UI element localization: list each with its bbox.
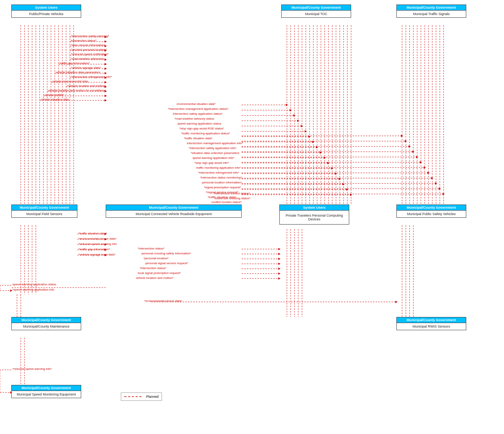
label-fs-vehicle-signage: *vehicle signage local data* — [79, 253, 116, 256]
label-tr-signal-service: personal signal service request* — [145, 262, 188, 265]
label-situation-data-params: *situation data collection parameters — [191, 151, 239, 155]
diagram-container: System Users Public/Private Vehicles Mun… — [0, 0, 504, 434]
label-intersection-safety-info: *intersection safety application info* — [189, 146, 236, 150]
node-traffic-signals: Municipal/County Government Municipal Tr… — [396, 5, 466, 18]
label-intersection-mgmt-status: *intersection management application sta… — [168, 107, 228, 111]
node-public-vehicles-body: Public/Private Vehicles — [12, 11, 81, 17]
label-reduced-speed-warning: *reduced speed warning info* — [12, 367, 52, 371]
label-tr-personal-crossing: personal crossing safety information* — [142, 252, 191, 255]
node-speed-monitor: Municipal/County Government Municipal Sp… — [11, 385, 81, 398]
label-fs-reduced-speed: *reduced speed warning info — [79, 242, 117, 246]
label-vehicle-situation: vehicle situation data — [41, 98, 69, 101]
node-public-safety-header: Municipal/County Government — [397, 205, 466, 211]
label-vehicle-env: vehicle environmental data — [52, 80, 88, 83]
node-private-travelers: System Users Private Travelers Personal … — [279, 205, 349, 225]
node-field-sensors-body: Municipal Field Sensors — [12, 211, 77, 217]
node-rwis: Municipal/County Government Municipal RW… — [396, 317, 466, 330]
label-lane-closure: *lane closure information* — [71, 43, 105, 47]
label-env-situation: environmental situation data* — [177, 102, 216, 106]
label-traffic-monitoring-info: traffic monitoring application info* — [196, 166, 241, 169]
label-personal-location-info: personal location information* — [202, 181, 242, 184]
label-vehicle-situation-params: vehicle situation data parameters — [56, 71, 100, 74]
label-fs-traffic-gap: *traffic gap information* — [79, 248, 110, 251]
label-speed-warning-app-status: speed warning application status — [12, 283, 56, 286]
node-connected-vehicle: Municipal/County Government Municipal Co… — [106, 205, 242, 218]
label-stop-sign-info: *stop sign gap assist info* — [194, 161, 229, 165]
label-speed-warning-app-info: *speed warning application info — [12, 288, 54, 291]
node-public-vehicles: System Users Public/Private Vehicles — [11, 5, 81, 18]
label-intersection-infringement-info: *intersection infringement info* — [198, 171, 239, 174]
label-conflict-monitor: conflict monitor status* — [211, 200, 242, 204]
node-municipal-toc: Municipal/County Government Municipal TO… — [281, 5, 351, 18]
label-env-sensor-long: *environmental sensor data* — [144, 299, 182, 303]
legend: Planned — [121, 392, 162, 401]
label-traffic-situation-1: *traffic situation data* — [184, 137, 212, 140]
node-travelers-header: System Users — [280, 205, 349, 211]
label-tr-intersection-status2: *intersection status* — [140, 266, 166, 270]
node-field-sensors-header: Municipal/County Government — [12, 205, 77, 211]
label-intersection-infringement: *intersection infringement info* — [71, 75, 112, 78]
node-maintenance-header: Municipal/County Government — [12, 317, 81, 323]
label-fs-env-sensor: *environmental sensor data* — [79, 237, 117, 240]
label-road-weather: *road weather advisories — [71, 57, 104, 60]
label-reduced-speed: *reduced speed notification* — [71, 52, 109, 56]
node-field-sensors: Municipal/County Government Municipal Fi… — [11, 205, 77, 218]
node-toc-body: Municipal TOC — [282, 11, 351, 17]
label-intersection-safety-warning: *intersection safety warning* — [71, 34, 109, 38]
node-travelers-body: Private Travelers Personal Computing Dev… — [280, 211, 349, 224]
node-mcvr-header: Municipal/County Government — [106, 205, 241, 211]
label-stop-sign-rse: *stop sign gap assist RSE status* — [179, 127, 224, 130]
node-rwis-body: Municipal RWIS Sensors — [397, 323, 466, 330]
label-signal-preemption: *signal preemption request* — [204, 186, 241, 189]
label-intersection-mgmt-info: intersection management application info… — [187, 142, 243, 145]
label-tr-vehicle-location: vehicle location and motion* — [136, 276, 174, 280]
node-mcvr-body: Municipal Connected Vehicle Roadside Equ… — [106, 211, 241, 217]
label-vehicle-profile: vehicle profile* — [45, 93, 64, 97]
legend-planned-label: Planned — [146, 395, 159, 399]
node-rwis-header: Municipal/County Government — [397, 317, 466, 323]
label-intersection-control: *intersection control status* — [213, 192, 250, 195]
node-speed-header: Municipal/County Government — [12, 385, 81, 391]
node-speed-body: Municipal Speed Monitoring Equipment — [12, 391, 81, 398]
legend-line-icon — [124, 394, 143, 399]
label-traffic-gap: traffic gap information* — [60, 62, 90, 65]
label-vehicle-signage: *vehicle signage data* — [71, 66, 101, 69]
label-mixed-use: mixed use crossing status* — [214, 197, 250, 200]
node-public-safety-body: Municipal Public Safety Vehicles — [397, 211, 466, 217]
label-intersection-status: intersection status* — [71, 39, 97, 42]
label-tr-local-signal: local signal preemption request* — [138, 271, 181, 275]
node-public-vehicles-header: System Users — [12, 5, 81, 11]
node-toc-header: Municipal/County Government — [282, 5, 351, 11]
node-maintenance-body: Municipal/County Maintenance — [12, 323, 81, 330]
label-traffic-monitoring-status: *traffic monitoring application status* — [181, 132, 230, 135]
label-proxied-location: *proxied personal location* — [71, 48, 107, 51]
label-fs-traffic-situation: *traffic situation data* — [79, 232, 107, 235]
label-speed-warning-info: speed warning application info* — [193, 156, 234, 160]
label-road-weather-advisory: *road weather advisory status — [174, 117, 214, 120]
label-tr-personal-location: *personal location* — [143, 257, 169, 260]
node-maintenance: Municipal/County Government Municipal/Co… — [11, 317, 81, 330]
label-tr-intersection-status: *intersection status* — [138, 247, 165, 250]
label-intersection-safety-status: intersection safety application status* — [173, 112, 223, 115]
label-speed-warning-status: speed warning application status — [177, 122, 221, 125]
label-vehicle-location-motion: *vehicle location and motion* — [67, 84, 106, 88]
node-signals-body: Municipal Traffic Signals — [397, 11, 466, 17]
label-intersection-status-monitoring: *intersection status monitoring* — [200, 176, 242, 179]
node-public-safety: Municipal/County Government Municipal Pu… — [396, 205, 466, 218]
node-signals-header: Municipal/County Government — [397, 5, 466, 11]
label-vehicle-surveillance: vehicle location and motion for surveill… — [48, 89, 106, 92]
